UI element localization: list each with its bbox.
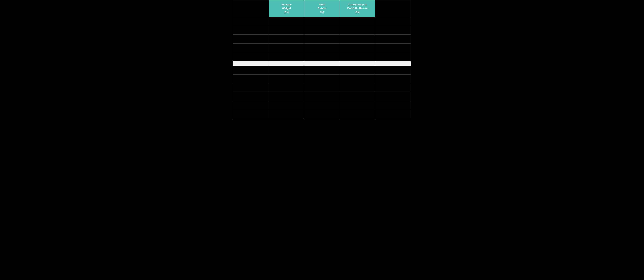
table-row — [233, 43, 411, 52]
cell-total-return — [304, 101, 340, 110]
cell-name — [233, 17, 269, 26]
cell-name — [233, 92, 269, 101]
col-header-avg-weight: AverageWeight(%) — [269, 0, 304, 17]
cell-total-return — [304, 65, 340, 74]
separator-cell — [340, 61, 375, 65]
separator-cell — [304, 61, 340, 65]
cell-total-return — [304, 52, 340, 61]
cell-avg-weight — [269, 17, 304, 26]
cell-contribution — [340, 26, 375, 34]
cell-contribution — [340, 110, 375, 119]
table-row — [233, 92, 411, 101]
data-table: AverageWeight(%) TotalReturn(%) Contribu… — [233, 0, 411, 119]
cell-contribution — [340, 92, 375, 101]
cell-extra — [375, 43, 411, 52]
separator-cell — [375, 61, 411, 65]
cell-name — [233, 34, 269, 43]
table-row — [233, 17, 411, 26]
cell-name — [233, 52, 269, 61]
cell-avg-weight — [269, 101, 304, 110]
cell-total-return — [304, 34, 340, 43]
cell-total-return — [304, 74, 340, 83]
cell-total-return — [304, 26, 340, 34]
cell-name — [233, 83, 269, 92]
table-row — [233, 26, 411, 34]
cell-name — [233, 43, 269, 52]
cell-avg-weight — [269, 34, 304, 43]
cell-avg-weight — [269, 43, 304, 52]
cell-extra — [375, 65, 411, 74]
col-header-contribution: Contribution toPortfolio Return(%) — [340, 0, 375, 17]
cell-avg-weight — [269, 83, 304, 92]
main-table-container: AverageWeight(%) TotalReturn(%) Contribu… — [233, 0, 411, 125]
cell-extra — [375, 92, 411, 101]
cell-extra — [375, 34, 411, 43]
cell-contribution — [340, 65, 375, 74]
table-row — [233, 101, 411, 110]
table-row — [233, 52, 411, 61]
cell-extra — [375, 101, 411, 110]
cell-avg-weight — [269, 92, 304, 101]
cell-avg-weight — [269, 74, 304, 83]
cell-extra — [375, 26, 411, 34]
cell-name — [233, 65, 269, 74]
col-header-total-return: TotalReturn(%) — [304, 0, 340, 17]
cell-total-return — [304, 92, 340, 101]
separator-row — [233, 61, 411, 65]
cell-contribution — [340, 43, 375, 52]
cell-contribution — [340, 52, 375, 61]
cell-name — [233, 26, 269, 34]
separator-cell — [233, 61, 269, 65]
cell-contribution — [340, 83, 375, 92]
cell-extra — [375, 83, 411, 92]
bottom-bar — [233, 119, 411, 125]
cell-total-return — [304, 83, 340, 92]
cell-avg-weight — [269, 52, 304, 61]
cell-contribution — [340, 34, 375, 43]
table-row — [233, 83, 411, 92]
cell-extra — [375, 17, 411, 26]
table-row — [233, 110, 411, 119]
table-row — [233, 74, 411, 83]
table-row — [233, 34, 411, 43]
cell-extra — [375, 110, 411, 119]
cell-total-return — [304, 110, 340, 119]
cell-contribution — [340, 74, 375, 83]
table-row — [233, 65, 411, 74]
cell-extra — [375, 52, 411, 61]
separator-cell — [269, 61, 304, 65]
col-header-name — [233, 0, 269, 17]
cell-contribution — [340, 101, 375, 110]
cell-name — [233, 110, 269, 119]
cell-contribution — [340, 17, 375, 26]
cell-name — [233, 74, 269, 83]
cell-total-return — [304, 17, 340, 26]
col-header-extra — [375, 0, 411, 17]
cell-avg-weight — [269, 65, 304, 74]
cell-extra — [375, 74, 411, 83]
cell-avg-weight — [269, 110, 304, 119]
cell-name — [233, 101, 269, 110]
cell-avg-weight — [269, 26, 304, 34]
cell-total-return — [304, 43, 340, 52]
